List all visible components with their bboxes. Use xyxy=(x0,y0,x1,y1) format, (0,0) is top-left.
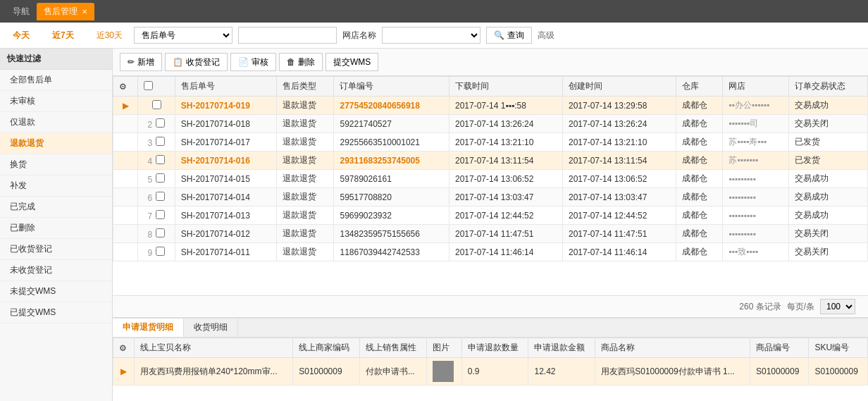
bottom-row-product-name: 用友西玛S01000009付款申请书 1... xyxy=(595,358,750,385)
sidebar-item-completed[interactable]: 已完成 xyxy=(0,197,112,218)
submit-wms-button[interactable]: 提交WMS xyxy=(326,53,378,71)
main-table-body: ▶ SH-20170714-019 退款退货 27754520840656918… xyxy=(113,97,868,261)
row-warehouse: 成都仓 xyxy=(676,97,722,115)
add-label: 新增 xyxy=(137,56,154,68)
row-select-checkbox[interactable] xyxy=(156,192,165,201)
row-select-checkbox[interactable] xyxy=(156,247,165,256)
per-page-select[interactable]: 100 50 20 xyxy=(820,299,855,314)
row-type: 退款退货 xyxy=(277,206,334,225)
row-checkbox[interactable]: 9 xyxy=(138,243,175,261)
delete-button[interactable]: 🗑 删除 xyxy=(279,53,323,71)
table-row[interactable]: 9 SH-20170714-011 退款退货 11867039442742533… xyxy=(113,243,868,261)
row-num: 8 xyxy=(147,230,152,240)
row-warehouse: 成都仓 xyxy=(676,133,722,152)
review-label: 审核 xyxy=(252,56,268,68)
table-row[interactable]: 2 SH-20170714-018 退款退货 59221740527 2017-… xyxy=(113,115,868,133)
sidebar-item-refund-only[interactable]: 仅退款 xyxy=(0,112,112,133)
row-created: 2017-07-14 13:11:54 xyxy=(562,152,676,170)
sidebar-item-exchange[interactable]: 换货 xyxy=(0,154,112,175)
table-row[interactable]: ▶ SH-20170714-019 退款退货 27754520840656918… xyxy=(113,97,868,115)
add-button[interactable]: ✏ 新增 xyxy=(120,53,162,71)
row-checkbox[interactable]: 5 xyxy=(138,170,175,188)
bottom-table-row[interactable]: ▶ 用友西玛费用报销单240*120mm审... S01000009 付款申请书… xyxy=(113,358,868,385)
sidebar-item-all[interactable]: 全部售后单 xyxy=(0,70,112,91)
select-all-checkbox[interactable] xyxy=(144,81,153,90)
row-checkbox[interactable]: 3 xyxy=(138,133,175,152)
shop-select[interactable] xyxy=(382,27,480,44)
row-select-checkbox[interactable] xyxy=(156,118,165,128)
bottom-row-sales-attr: 付款申请书... xyxy=(359,358,426,385)
row-status: 交易成功 xyxy=(789,170,868,188)
advanced-btn[interactable]: 高级 xyxy=(538,30,554,42)
bottom-row-product-code: S01000009 xyxy=(750,358,808,385)
row-warehouse: 成都仓 xyxy=(676,243,722,261)
shop-label: 网店名称 xyxy=(342,30,376,42)
sidebar-item-refund-return[interactable]: 退款退货 xyxy=(0,133,112,154)
review-button[interactable]: 📄 审核 xyxy=(230,53,276,71)
row-checkbox[interactable]: 8 xyxy=(138,225,175,243)
col-checkbox[interactable] xyxy=(138,77,175,97)
row-select-checkbox[interactable] xyxy=(156,210,165,219)
table-row[interactable]: 5 SH-20170714-015 退款退货 59789026161 2017-… xyxy=(113,170,868,188)
row-type: 退款退货 xyxy=(277,115,334,133)
tab-refund-detail[interactable]: 申请退货明细 xyxy=(113,319,184,337)
col-settings[interactable]: ⚙ xyxy=(113,77,138,97)
row-select-checkbox[interactable] xyxy=(156,173,165,183)
row-type: 退款退货 xyxy=(277,133,334,152)
pagination-bar: 260 条记录 每页/条 100 50 20 xyxy=(113,295,868,317)
row-select-checkbox[interactable] xyxy=(156,155,165,164)
total-records: 260 条记录 xyxy=(739,301,781,313)
row-shop: ▪▪办公▪▪▪▪▪▪ xyxy=(723,97,789,115)
row-checkbox[interactable]: 7 xyxy=(138,206,175,225)
row-warehouse: 成都仓 xyxy=(676,206,722,225)
bcol-settings[interactable]: ⚙ xyxy=(113,338,135,358)
row-id: SH-20170714-012 xyxy=(175,225,276,243)
active-tab[interactable]: 售后管理 ✕ xyxy=(37,3,94,20)
row-checkbox[interactable]: 6 xyxy=(138,188,175,206)
table-row[interactable]: 7 SH-20170714-013 退款退货 59699023932 2017-… xyxy=(113,206,868,225)
row-select-checkbox[interactable] xyxy=(156,137,165,146)
table-row[interactable]: 8 SH-20170714-012 退款退货 13482359575155656… xyxy=(113,225,868,243)
sidebar-item-unreviewed[interactable]: 未审核 xyxy=(0,91,112,112)
row-select-checkbox[interactable] xyxy=(152,100,161,109)
receive-register-button[interactable]: 📋 收货登记 xyxy=(165,53,228,71)
toolbar-row: 今天 近7天 近30天 售后单号 网店名称 🔍 查询 高级 xyxy=(0,23,868,49)
row-order: 13482359575155656 xyxy=(334,225,450,243)
sidebar-item-submitted[interactable]: 已提交WMS xyxy=(0,302,112,323)
row-download: 2017-07-14 12:44:52 xyxy=(449,206,562,225)
tab-receive-detail[interactable]: 收货明细 xyxy=(184,319,238,337)
row-order: 59789026161 xyxy=(334,170,450,188)
row-checkbox[interactable]: 2 xyxy=(138,115,175,133)
row-warehouse: 成都仓 xyxy=(676,152,722,170)
bottom-tabs: 申请退货明细 收货明细 xyxy=(113,319,868,338)
row-download: 2017-07-14 13:03:47 xyxy=(449,188,562,206)
table-row[interactable]: 6 SH-20170714-014 退款退货 59517708820 2017-… xyxy=(113,188,868,206)
row-order: 59221740527 xyxy=(334,115,450,133)
tab-close-icon[interactable]: ✕ xyxy=(82,8,87,16)
sidebar-item-not-submitted[interactable]: 未提交WMS xyxy=(0,281,112,302)
settings-icon[interactable]: ⚙ xyxy=(119,82,127,92)
action-bar: ✏ 新增 📋 收货登记 📄 审核 🗑 删除 提交WMS xyxy=(113,49,868,76)
row-checkbox[interactable]: 4 xyxy=(138,152,175,170)
table-row[interactable]: 4 SH-20170714-016 退款退货 29311683253745005… xyxy=(113,152,868,170)
row-created: 2017-07-14 12:44:52 xyxy=(562,206,676,225)
sidebar-item-deleted[interactable]: 已删除 xyxy=(0,218,112,239)
sidebar-item-resend[interactable]: 补发 xyxy=(0,175,112,197)
sidebar-item-not-received[interactable]: 未收货登记 xyxy=(0,260,112,281)
filter-30days-btn[interactable]: 近30天 xyxy=(91,27,128,44)
filter-7days-btn[interactable]: 近7天 xyxy=(46,27,80,44)
row-shop: ▪▪▪▪▪▪▪▪▪ xyxy=(723,170,789,188)
table-row[interactable]: 3 SH-20170714-017 退款退货 29255663510001021… xyxy=(113,133,868,152)
sidebar-item-received[interactable]: 已收货登记 xyxy=(0,239,112,260)
col-shop: 网店 xyxy=(723,77,789,97)
row-select-checkbox[interactable] xyxy=(156,228,165,237)
bottom-row-merchant-code: S01000009 xyxy=(293,358,360,385)
bottom-settings-icon[interactable]: ⚙ xyxy=(119,343,127,353)
search-input[interactable] xyxy=(238,27,337,44)
row-id: SH-20170714-014 xyxy=(175,188,276,206)
col-id: 售后单号 xyxy=(175,77,276,97)
filter-today-btn[interactable]: 今天 xyxy=(7,27,35,44)
row-checkbox[interactable] xyxy=(138,97,175,115)
field-select[interactable]: 售后单号 xyxy=(134,27,232,44)
search-button[interactable]: 🔍 查询 xyxy=(486,27,532,44)
